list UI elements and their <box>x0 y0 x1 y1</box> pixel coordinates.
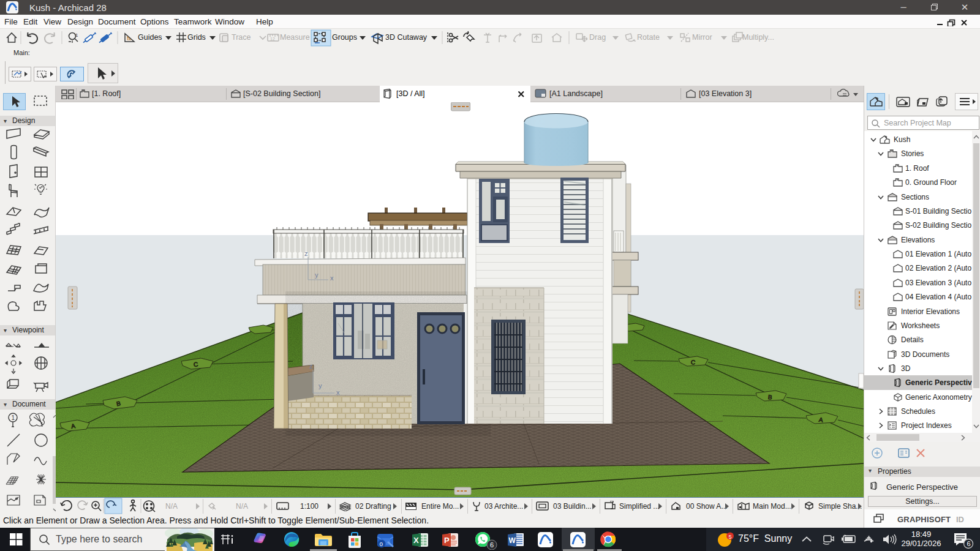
svg-text:12: 12 <box>270 37 275 41</box>
svg-text:x: x <box>336 389 340 396</box>
svg-text:y: y <box>315 271 318 279</box>
svg-text:x: x <box>330 274 334 282</box>
svg-text:5: 5 <box>729 534 732 540</box>
svg-text:W: W <box>509 536 516 545</box>
svg-text:o: o <box>380 541 383 547</box>
svg-text:C: C <box>690 359 696 366</box>
svg-text:6: 6 <box>967 540 971 547</box>
svg-text:y: y <box>318 382 322 389</box>
svg-text:z: z <box>309 362 313 370</box>
svg-text:1: 1 <box>75 32 78 38</box>
svg-text:C: C <box>193 361 198 368</box>
svg-text:P: P <box>444 536 450 545</box>
svg-text:X: X <box>413 536 419 545</box>
svg-text:1: 1 <box>12 414 15 421</box>
svg-text:z: z <box>304 250 308 257</box>
svg-text:6: 6 <box>490 541 494 549</box>
